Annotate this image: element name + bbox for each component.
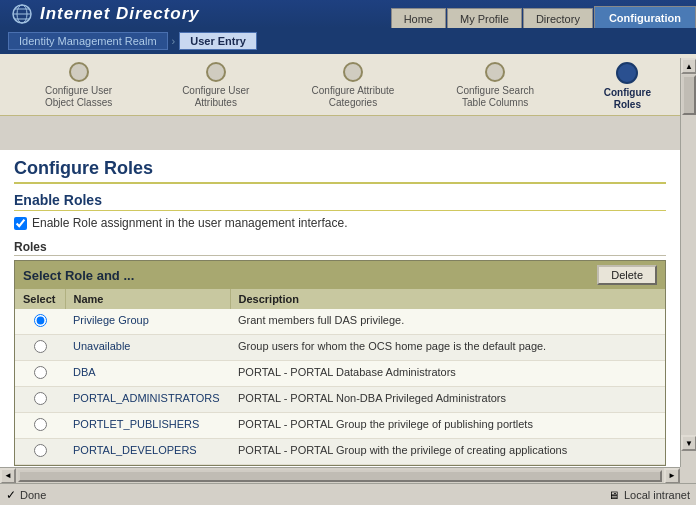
main-content: Configure Roles Enable Roles Enable Role…	[0, 150, 680, 467]
radio-1[interactable]	[34, 314, 47, 327]
step-label-3: Configure Attribute Categories	[312, 85, 395, 109]
row-select-6	[15, 439, 65, 465]
row-desc-1: Grant members full DAS privilege.	[230, 309, 665, 335]
scroll-up-button[interactable]: ▲	[681, 58, 696, 74]
row-desc-2: Group users for whom the OCS home page i…	[230, 335, 665, 361]
network-icon: 🖥	[608, 489, 619, 501]
roles-table-body: Privilege Group Grant members full DAS p…	[15, 309, 665, 465]
row-select-4	[15, 387, 65, 413]
scroll-right-button[interactable]: ►	[664, 468, 680, 484]
table-row: PORTAL_ADMINISTRATORS PORTAL - PORTAL No…	[15, 387, 665, 413]
row-select-2	[15, 335, 65, 361]
app-title: Internet Directory	[40, 4, 200, 24]
table-row: PORTAL_DEVELOPERS PORTAL - PORTAL Group …	[15, 439, 665, 465]
table-row: Privilege Group Grant members full DAS p…	[15, 309, 665, 335]
table-header-row: Select Name Description	[15, 289, 665, 309]
row-name-5: PORTLET_PUBLISHERS	[65, 413, 230, 439]
row-name-6: PORTAL_DEVELOPERS	[65, 439, 230, 465]
status-icon: ✓	[6, 488, 16, 502]
status-left: ✓ Done	[6, 488, 46, 502]
enable-roles-heading: Enable Roles	[14, 192, 666, 211]
radio-6[interactable]	[34, 444, 47, 457]
scroll-h-thumb[interactable]	[18, 470, 662, 482]
wizard-step-1[interactable]: Configure User Object Classes	[24, 62, 134, 109]
checkbox-row: Enable Role assignment in the user manag…	[14, 216, 666, 230]
tab-home[interactable]: Home	[391, 8, 446, 28]
col-select: Select	[15, 289, 65, 309]
step-circle-5	[616, 62, 638, 84]
row-select-3	[15, 361, 65, 387]
row-select-5	[15, 413, 65, 439]
radio-3[interactable]	[34, 366, 47, 379]
radio-4[interactable]	[34, 392, 47, 405]
top-bar: Internet Directory Home My Profile Direc…	[0, 0, 696, 28]
wizard-step-4[interactable]: Configure Search Table Columns	[435, 62, 555, 109]
enable-roles-checkbox[interactable]	[14, 217, 27, 230]
breadcrumb-bar: Identity Management Realm › User Entry	[0, 28, 696, 54]
status-bar: ✓ Done 🖥 Local intranet	[0, 483, 696, 505]
table-row: PORTLET_PUBLISHERS PORTAL - PORTAL Group…	[15, 413, 665, 439]
table-row: DBA PORTAL - PORTAL Database Administrat…	[15, 361, 665, 387]
step-label-1: Configure User Object Classes	[45, 85, 112, 109]
row-name-4: PORTAL_ADMINISTRATORS	[65, 387, 230, 413]
wizard-step-5[interactable]: Configure Roles	[582, 62, 672, 111]
breadcrumb-user-entry[interactable]: User Entry	[179, 32, 257, 50]
row-desc-3: PORTAL - PORTAL Database Administrators	[230, 361, 665, 387]
row-desc-6: PORTAL - PORTAL Group with the privilege…	[230, 439, 665, 465]
scroll-thumb[interactable]	[682, 75, 696, 115]
row-name-1: Privilege Group	[65, 309, 230, 335]
delete-button[interactable]: Delete	[597, 265, 657, 285]
row-desc-4: PORTAL - PORTAL Non-DBA Privileged Admin…	[230, 387, 665, 413]
tab-directory[interactable]: Directory	[523, 8, 593, 28]
breadcrumb-realm[interactable]: Identity Management Realm	[8, 32, 168, 50]
row-desc-5: PORTAL - PORTAL Group the privilege of p…	[230, 413, 665, 439]
network-label: Local intranet	[624, 489, 690, 501]
roles-section-label: Roles	[14, 240, 666, 256]
step-circle-1	[69, 62, 89, 82]
table-row: Unavailable Group users for whom the OCS…	[15, 335, 665, 361]
app-title-area: Internet Directory	[0, 4, 200, 24]
scroll-down-button[interactable]: ▼	[681, 435, 696, 451]
step-label-4: Configure Search Table Columns	[456, 85, 534, 109]
step-circle-4	[485, 62, 505, 82]
tab-configuration[interactable]: Configuration	[594, 6, 696, 28]
wizard-step-3[interactable]: Configure Attribute Categories	[298, 62, 408, 109]
roles-table: Select Name Description Privilege Group …	[15, 289, 665, 465]
wizard-steps: Configure User Object Classes Configure …	[0, 54, 696, 116]
step-circle-3	[343, 62, 363, 82]
row-name-2: Unavailable	[65, 335, 230, 361]
scroll-left-button[interactable]: ◄	[0, 468, 16, 484]
step-label-5: Configure Roles	[604, 87, 651, 111]
radio-5[interactable]	[34, 418, 47, 431]
step-label-2: Configure User Attributes	[182, 85, 249, 109]
col-description: Description	[230, 289, 665, 309]
row-select-1	[15, 309, 65, 335]
col-name: Name	[65, 289, 230, 309]
scrollbar-vertical[interactable]: ▲ ▼	[680, 58, 696, 467]
scrollbar-horizontal[interactable]: ◄ ►	[0, 467, 680, 483]
globe-icon	[12, 4, 32, 24]
breadcrumb-separator: ›	[172, 35, 176, 47]
roles-table-container: Select Role and ... Delete Select Name D…	[14, 260, 666, 466]
enable-roles-label: Enable Role assignment in the user manag…	[32, 216, 348, 230]
roles-table-header-bar: Select Role and ... Delete	[15, 261, 665, 289]
status-right: 🖥 Local intranet	[608, 489, 690, 501]
wizard-step-2[interactable]: Configure User Attributes	[161, 62, 271, 109]
page-heading: Configure Roles	[14, 158, 666, 184]
row-name-3: DBA	[65, 361, 230, 387]
nav-tabs: Home My Profile Directory Configuration	[391, 0, 696, 28]
tab-my-profile[interactable]: My Profile	[447, 8, 522, 28]
status-text: Done	[20, 489, 46, 501]
radio-2[interactable]	[34, 340, 47, 353]
roles-table-title: Select Role and ...	[23, 268, 134, 283]
step-circle-2	[206, 62, 226, 82]
